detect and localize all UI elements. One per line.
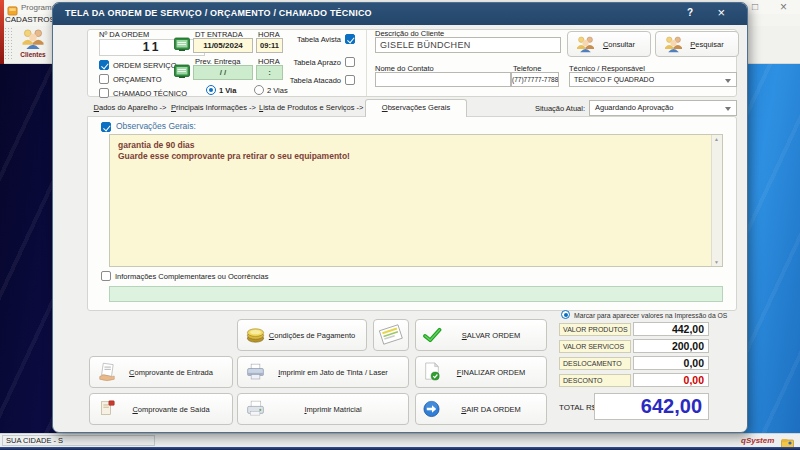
via2-label: 2 Vias <box>267 86 288 95</box>
recibo-button[interactable] <box>373 319 409 351</box>
nome-contato-field[interactable] <box>375 72 511 87</box>
comprovante-saida-label: Comprovante de Saída <box>112 405 209 414</box>
valor-produtos-label: VALOR PRODUTOS <box>559 323 631 336</box>
orcamento-label: ORÇAMENTO <box>113 75 162 84</box>
informacoes-complementares-label: Informações Complementares ou Ocorrência… <box>115 272 268 281</box>
pesquisar-people-icon <box>663 36 684 53</box>
situacao-atual-value: Aguardando Aprovação <box>595 103 673 112</box>
observacoes-gerais-checkbox[interactable] <box>101 122 111 132</box>
pesquisar-button[interactable]: Pesquisar <box>655 31 739 57</box>
descricao-cliente-value: GISELE BÜNDCHEN <box>380 40 471 50</box>
total-label: TOTAL R$ <box>559 403 596 412</box>
toolbar-button-clientes[interactable]: Clientes <box>14 27 52 63</box>
condicoes-pagamento-button[interactable]: Condições de Pagamento <box>237 319 367 351</box>
finalizar-ordem-label: FINALIZAR ORDEM <box>437 368 525 377</box>
printer-icon <box>245 363 266 381</box>
desconto-label: DESCONTO <box>559 374 631 387</box>
document-check-icon <box>423 362 441 382</box>
comprovante-entrada-button[interactable]: Comprovante de Entrada <box>89 356 233 388</box>
via2-radio[interactable] <box>254 85 264 95</box>
orcamento-checkbox[interactable] <box>99 74 109 84</box>
tabela-atacado-checkbox[interactable] <box>345 75 355 85</box>
situacao-atual-select[interactable]: Aguardando Aprovação <box>589 100 737 116</box>
deslocamento-label: DESLOCAMENTO <box>559 357 631 370</box>
informacoes-complementares-checkbox[interactable] <box>101 271 111 281</box>
calendar-icon-2[interactable] <box>174 64 190 83</box>
statusbar-location-cell: SUA CIDADE - S <box>2 435 155 446</box>
via1-label: 1 Via <box>219 86 236 95</box>
valor-servicos-value: 200,00 <box>633 339 709 353</box>
main-restore-button[interactable]: □ <box>752 1 758 12</box>
chevron-down-icon <box>725 107 731 111</box>
statusbar-brand-text: qSystem <box>741 436 774 445</box>
observacoes-line1: garantia de 90 dias <box>118 140 714 151</box>
salvar-ordem-button[interactable]: SALVAR ORDEM <box>415 319 547 351</box>
check-icon <box>423 328 442 343</box>
clientes-label: Clientes <box>14 51 52 58</box>
imprimir-matricial-label: Imprimir Matricial <box>284 405 361 414</box>
tecnico-value: TECNICO F QUADRADO <box>574 76 654 83</box>
service-order-dialog: TELA DA ORDEM DE SERVIÇO / ORÇAMENTO / C… <box>52 2 748 433</box>
salvar-ordem-label: SALVAR ORDEM <box>442 331 521 340</box>
tabela-avista-label: Tabela Avista <box>263 35 341 44</box>
dialog-title: TELA DA ORDEM DE SERVIÇO / ORÇAMENTO / C… <box>65 8 372 18</box>
dt-entrada-field[interactable]: 11/05/2024 <box>193 38 253 53</box>
tab-lista-produtos-label: Lista de Produtos e Serviços -> <box>259 103 363 112</box>
imprimir-matricial-button[interactable]: Imprimir Matricial <box>237 393 409 425</box>
comprovante-saida-button[interactable]: Comprovante de Saída <box>89 393 233 425</box>
ordem-servico-label: ORDEM SERVIÇO <box>113 61 177 70</box>
consultar-button[interactable]: Consultar <box>567 31 651 57</box>
ordem-servico-checkbox[interactable] <box>99 60 109 70</box>
print-values-note: Marcar para aparecer valores na Impressã… <box>574 311 727 320</box>
document-out-icon <box>97 399 117 419</box>
prev-entrega-field[interactable]: / / <box>193 65 253 80</box>
dialog-close-button[interactable]: × <box>717 5 725 20</box>
sair-ordem-label: SAIR DA ORDEM <box>441 405 521 414</box>
total-value: 642,00 <box>641 395 702 417</box>
order-number-value: 11 <box>143 40 162 54</box>
header-divider <box>366 30 367 96</box>
scroll-up-icon[interactable]: ▲ <box>714 136 719 142</box>
statusbar-location-text: SUA CIDADE - S <box>6 436 63 445</box>
dialog-titlebar[interactable]: TELA DA ORDEM DE SERVIÇO / ORÇAMENTO / C… <box>53 3 747 25</box>
menu-cadastros[interactable]: CADASTROS <box>5 15 55 24</box>
dt-entrada-value: 11/05/2024 <box>203 41 243 50</box>
valor-produtos-value: 442,00 <box>633 322 709 336</box>
tecnico-select[interactable]: TECNICO F QUADRADO <box>569 72 737 87</box>
tab-principais-informacoes[interactable]: Principais Informações -> <box>171 100 255 115</box>
tabela-atacado-label: Tabela Atacado <box>263 76 341 85</box>
tabela-aprazo-label: Tabela Aprazo <box>263 58 341 67</box>
comprovante-entrada-label: Comprovante de Entrada <box>109 368 213 377</box>
textarea-scrollbar[interactable]: ▲ ▼ <box>711 135 722 266</box>
dialog-help-button[interactable]: ? <box>687 7 693 18</box>
main-statusbar: SUA CIDADE - S qSystem <box>0 433 800 447</box>
observacoes-gerais-label: Observações Gerais: <box>116 122 196 131</box>
chamado-tecnico-checkbox[interactable] <box>99 88 109 98</box>
tab-dados-aparelho[interactable]: Dados do Aparelho -> <box>93 100 167 115</box>
calendar-icon[interactable] <box>174 37 190 56</box>
tab-dados-aparelho-label: Dados do Aparelho -> <box>94 103 167 112</box>
sair-ordem-button[interactable]: SAIR DA ORDEM <box>415 393 547 425</box>
print-values-radio[interactable] <box>561 310 570 319</box>
via1-radio[interactable] <box>206 85 216 95</box>
imprimir-jato-button[interactable]: Imprimir em Jato de Tinta / Laser <box>237 356 409 388</box>
tabela-avista-checkbox[interactable] <box>345 34 355 44</box>
observacoes-line2: Guarde esse comprovante pra retirar o se… <box>118 151 714 162</box>
observacoes-textarea[interactable]: garantia de 90 dias Guarde esse comprova… <box>109 134 723 267</box>
chevron-down-icon <box>725 79 731 83</box>
descricao-cliente-field[interactable]: GISELE BÜNDCHEN <box>375 37 561 53</box>
clientes-icon <box>14 28 52 53</box>
tabela-aprazo-checkbox[interactable] <box>345 57 355 67</box>
valor-servicos-label: VALOR SERVICOS <box>559 340 631 353</box>
main-close-button[interactable]: × <box>780 0 787 14</box>
tab-lista-produtos[interactable]: Lista de Produtos e Serviços -> <box>259 100 359 115</box>
tab-observacoes-gerais[interactable]: Observações Gerais <box>365 99 467 117</box>
screen: Programa A □ × CADASTROS Clientes SUA CI… <box>0 0 800 450</box>
scroll-down-icon[interactable]: ▼ <box>714 259 719 265</box>
ocorrencias-field[interactable] <box>109 286 723 302</box>
telefone-field[interactable]: (77)77777-7788 <box>511 72 559 87</box>
prev-entrega-value: / / <box>220 68 227 77</box>
left-red-strip <box>0 0 4 64</box>
imprimir-jato-label: Imprimir em Jato de Tinta / Laser <box>258 368 388 377</box>
finalizar-ordem-button[interactable]: FINALIZAR ORDEM <box>415 356 547 388</box>
